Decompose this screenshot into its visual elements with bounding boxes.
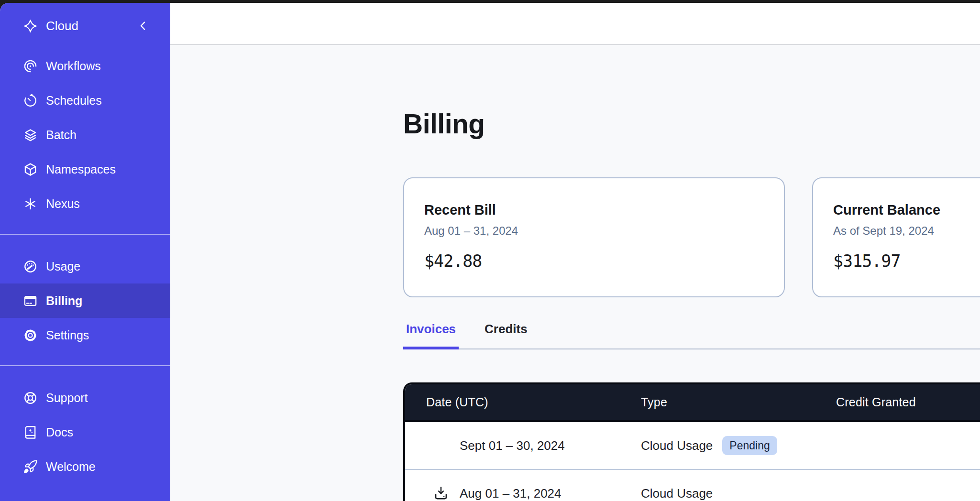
sidebar-item-support[interactable]: Support: [0, 381, 170, 415]
sidebar-item-label: Support: [46, 391, 88, 405]
column-header-date: Date (UTC): [405, 395, 641, 409]
welcome-icon: [23, 459, 38, 474]
tab-credits[interactable]: Credits: [482, 322, 530, 349]
usage-icon: [23, 259, 38, 274]
support-icon: [23, 391, 38, 405]
recent-bill-card: Recent Bill Aug 01 – 31, 2024 $42.88: [403, 177, 785, 297]
sidebar-item-billing[interactable]: Billing: [0, 283, 170, 318]
chevron-left-icon[interactable]: [137, 20, 149, 32]
sidebar-item-docs[interactable]: Docs: [0, 415, 170, 449]
table-row: Aug 01 – 31, 2024 Cloud Usage: [405, 469, 980, 501]
sidebar-footer-nav: Support Docs: [0, 366, 170, 484]
sidebar-account-nav: Usage Billing: [0, 235, 170, 352]
status-badge: Pending: [722, 436, 777, 455]
sidebar-item-label: Docs: [46, 425, 73, 439]
invoice-type: Cloud Usage: [641, 486, 713, 501]
billing-page: Billing Recent Bill Aug 01 – 31, 2024 $4…: [170, 45, 980, 501]
sidebar-item-label: Settings: [46, 328, 89, 342]
sidebar-main-nav: Workflows Schedules: [0, 49, 170, 221]
main-area: Billing Recent Bill Aug 01 – 31, 2024 $4…: [170, 3, 980, 501]
namespaces-icon: [23, 162, 38, 177]
sidebar-item-label: Namespaces: [46, 163, 116, 176]
sidebar-item-namespaces[interactable]: Namespaces: [0, 152, 170, 186]
sidebar-item-label: Schedules: [46, 94, 102, 108]
table-header-row: Date (UTC) Type Credit Granted: [405, 384, 980, 422]
date-cell: Sept 01 – 30, 2024: [405, 437, 641, 454]
sidebar-item-welcome[interactable]: Welcome: [0, 449, 170, 484]
sidebar-item-label: Billing: [46, 294, 82, 308]
top-navbar: [170, 3, 980, 45]
sidebar-item-usage[interactable]: Usage: [0, 249, 170, 283]
sidebar-item-batch[interactable]: Batch: [0, 118, 170, 152]
column-header-type: Type: [641, 395, 836, 409]
batch-icon: [23, 128, 38, 142]
page-title: Billing: [403, 108, 980, 141]
card-amount: $315.97: [833, 251, 980, 271]
sidebar-header-cloud[interactable]: Cloud: [0, 3, 170, 49]
card-amount: $42.88: [424, 251, 764, 271]
sidebar-item-label: Welcome: [46, 460, 96, 474]
download-icon[interactable]: [433, 485, 449, 501]
workflows-icon: [23, 59, 38, 74]
card-period: As of Sept 19, 2024: [833, 224, 980, 238]
column-header-credit-granted: Credit Granted: [836, 395, 980, 409]
settings-icon: [23, 328, 38, 343]
card-title: Recent Bill: [424, 202, 764, 218]
download-slot-empty: [433, 437, 449, 454]
billing-icon: [23, 294, 38, 308]
app-window: Cloud Workflows: [0, 3, 980, 501]
sidebar-item-label: Usage: [46, 260, 80, 273]
type-cell: Cloud Usage: [641, 486, 836, 501]
sidebar-item-nexus[interactable]: Nexus: [0, 186, 170, 221]
docs-icon: [23, 425, 38, 440]
billing-tabs: Invoices Credits: [403, 322, 980, 349]
temporal-logo-icon: [23, 19, 38, 33]
sidebar-item-label: Workflows: [46, 59, 101, 73]
invoice-type: Cloud Usage: [641, 438, 713, 453]
card-title: Current Balance: [833, 202, 980, 218]
sidebar-item-schedules[interactable]: Schedules: [0, 83, 170, 118]
invoices-table: Date (UTC) Type Credit Granted Sept 01 –…: [403, 382, 980, 501]
invoice-date: Aug 01 – 31, 2024: [460, 486, 562, 501]
nexus-icon: [23, 196, 38, 211]
tab-invoices[interactable]: Invoices: [403, 322, 459, 349]
table-body: Sept 01 – 30, 2024 Cloud Usage Pending: [405, 422, 980, 501]
card-period: Aug 01 – 31, 2024: [424, 224, 764, 238]
invoice-date: Sept 01 – 30, 2024: [460, 438, 565, 453]
type-cell: Cloud Usage Pending: [641, 436, 836, 455]
sidebar-item-settings[interactable]: Settings: [0, 318, 170, 352]
date-cell: Aug 01 – 31, 2024: [405, 485, 641, 501]
sidebar-item-workflows[interactable]: Workflows: [0, 49, 170, 83]
sidebar-item-label: Batch: [46, 128, 77, 142]
sidebar: Cloud Workflows: [0, 3, 170, 501]
summary-cards: Recent Bill Aug 01 – 31, 2024 $42.88 Cur…: [403, 177, 980, 297]
sidebar-item-label: Nexus: [46, 197, 80, 211]
sidebar-header-label: Cloud: [46, 19, 78, 33]
table-row: Sept 01 – 30, 2024 Cloud Usage Pending: [405, 422, 980, 469]
current-balance-card: Current Balance As of Sept 19, 2024 $315…: [812, 177, 980, 297]
schedules-icon: [23, 93, 38, 108]
